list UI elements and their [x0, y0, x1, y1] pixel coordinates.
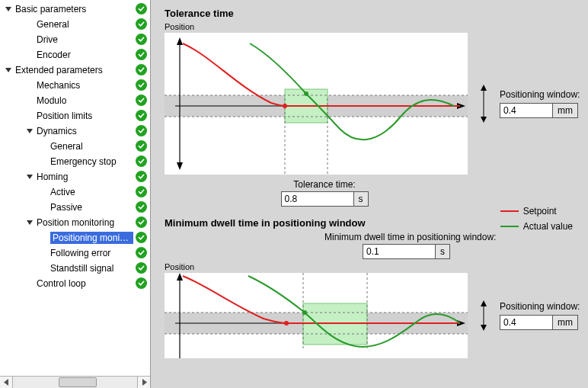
- tree-item[interactable]: Modulo: [0, 93, 150, 108]
- svg-point-11: [283, 104, 287, 108]
- tree-item-label: Positioning monitoring: [50, 232, 133, 244]
- status-ok-icon: [136, 232, 147, 243]
- disclosure-triangle-icon[interactable]: [5, 66, 12, 74]
- status-ok-icon: [136, 277, 147, 289]
- tree-item[interactable]: Positioning monitoring: [0, 230, 150, 245]
- tree-item[interactable]: General: [0, 139, 150, 154]
- tree-item-label: Control loop: [37, 278, 133, 289]
- svg-point-26: [284, 321, 289, 325]
- status-ok-icon: [136, 110, 147, 121]
- content-panel: Tolerance time Position: [151, 0, 588, 388]
- disclosure-triangle-icon[interactable]: [5, 5, 12, 13]
- tree-item[interactable]: Control loop: [0, 276, 150, 291]
- svg-marker-6: [177, 162, 183, 170]
- svg-marker-23: [177, 273, 183, 281]
- tree-item[interactable]: Mechanics: [0, 78, 150, 93]
- tree-item-label: Position monitoring: [37, 217, 133, 228]
- tree-item-label: Passive: [50, 202, 133, 213]
- positioning-window-input-1[interactable]: [500, 103, 553, 118]
- dwell-time-graph: [165, 273, 468, 358]
- status-ok-icon: [136, 3, 147, 14]
- positioning-window-unit-1: mm: [553, 103, 578, 118]
- tree-item-label: Following error: [50, 248, 133, 258]
- status-ok-icon: [136, 201, 147, 213]
- tree-item-label: Position limits: [37, 111, 133, 121]
- tolerance-time-unit: s: [354, 191, 369, 207]
- status-ok-icon: [136, 49, 147, 60]
- tree-item[interactable]: Active: [0, 184, 150, 200]
- svg-point-27: [302, 310, 307, 315]
- tolerance-time-label: Tolerance time:: [293, 179, 355, 190]
- axis-label-position-2: Position: [165, 262, 580, 271]
- tree-item[interactable]: Standstill signal: [0, 261, 150, 276]
- tree-item-label: Mechanics: [37, 80, 133, 91]
- tree-rows: Basic parametersGeneralDriveEncoderExten…: [0, 0, 150, 376]
- tree-item-label: Extended parameters: [15, 65, 133, 75]
- navigation-tree: Basic parametersGeneralDriveEncoderExten…: [0, 0, 151, 388]
- tree-item-label: Standstill signal: [50, 263, 133, 274]
- tree-item[interactable]: Emergency stop: [0, 154, 150, 169]
- tree-item-label: Modulo: [37, 95, 133, 106]
- tree-item-label: Emergency stop: [50, 156, 133, 167]
- legend-setpoint-label: Setpoint: [523, 206, 557, 216]
- legend-actual-swatch: [500, 226, 519, 227]
- disclosure-triangle-icon[interactable]: [26, 219, 34, 226]
- tree-item[interactable]: Following error: [0, 245, 150, 261]
- status-ok-icon: [136, 34, 147, 45]
- legend: Setpoint Actual value: [500, 206, 573, 236]
- scroll-thumb[interactable]: [59, 377, 97, 387]
- scroll-right-button[interactable]: [137, 377, 150, 388]
- axis-label-position-1: Position: [165, 22, 580, 31]
- status-ok-icon: [136, 79, 147, 91]
- tree-item-label: General: [50, 141, 133, 152]
- svg-marker-5: [177, 37, 183, 45]
- status-ok-icon: [136, 18, 147, 30]
- dwell-time-unit: s: [436, 244, 450, 259]
- svg-point-12: [304, 91, 308, 96]
- tree-item[interactable]: General: [0, 17, 150, 32]
- dwell-time-input[interactable]: [363, 244, 436, 259]
- positioning-window-label-2: Positioning window:: [500, 301, 580, 312]
- scroll-track[interactable]: [13, 377, 137, 388]
- tree-item-label: Drive: [37, 34, 133, 45]
- tree-item[interactable]: Homing: [0, 169, 150, 184]
- tree-item[interactable]: Encoder: [0, 47, 150, 63]
- disclosure-triangle-icon[interactable]: [26, 127, 34, 135]
- status-ok-icon: [136, 64, 147, 75]
- tree-item-label: Homing: [37, 172, 133, 182]
- status-ok-icon: [136, 262, 147, 274]
- status-ok-icon: [136, 171, 147, 182]
- legend-actual-label: Actual value: [523, 221, 573, 232]
- tree-item-label: Encoder: [37, 50, 133, 60]
- tree-item[interactable]: Dynamics: [0, 123, 150, 139]
- status-ok-icon: [136, 95, 147, 106]
- positioning-window-label-1: Positioning window:: [500, 89, 580, 100]
- tree-item-label: Basic parameters: [15, 4, 133, 14]
- tree-item[interactable]: Extended parameters: [0, 63, 150, 78]
- tree-item[interactable]: Basic parameters: [0, 2, 150, 17]
- status-ok-icon: [136, 216, 147, 228]
- tree-item[interactable]: Drive: [0, 32, 150, 47]
- svg-marker-14: [481, 85, 487, 91]
- tree-item[interactable]: Position monitoring: [0, 215, 150, 230]
- tree-item[interactable]: Position limits: [0, 108, 150, 123]
- status-ok-icon: [136, 140, 147, 152]
- window-range-arrow-1: [478, 85, 489, 123]
- svg-marker-15: [481, 117, 487, 123]
- section-tolerance-title: Tolerance time: [165, 8, 580, 19]
- scroll-left-button[interactable]: [0, 377, 13, 388]
- horizontal-scrollbar[interactable]: [0, 376, 150, 388]
- legend-setpoint-swatch: [500, 210, 519, 212]
- disclosure-triangle-icon[interactable]: [26, 173, 34, 181]
- tree-item-label: Active: [50, 187, 133, 197]
- tree-item-label: General: [37, 19, 133, 30]
- status-ok-icon: [136, 247, 147, 258]
- svg-marker-31: [481, 300, 487, 306]
- tree-item-label: Dynamics: [37, 126, 133, 136]
- tolerance-time-input[interactable]: [281, 191, 354, 207]
- status-ok-icon: [136, 186, 147, 197]
- tree-item[interactable]: Passive: [0, 200, 150, 215]
- status-ok-icon: [136, 156, 147, 167]
- positioning-window-input-2[interactable]: [500, 315, 553, 330]
- svg-marker-32: [481, 325, 487, 331]
